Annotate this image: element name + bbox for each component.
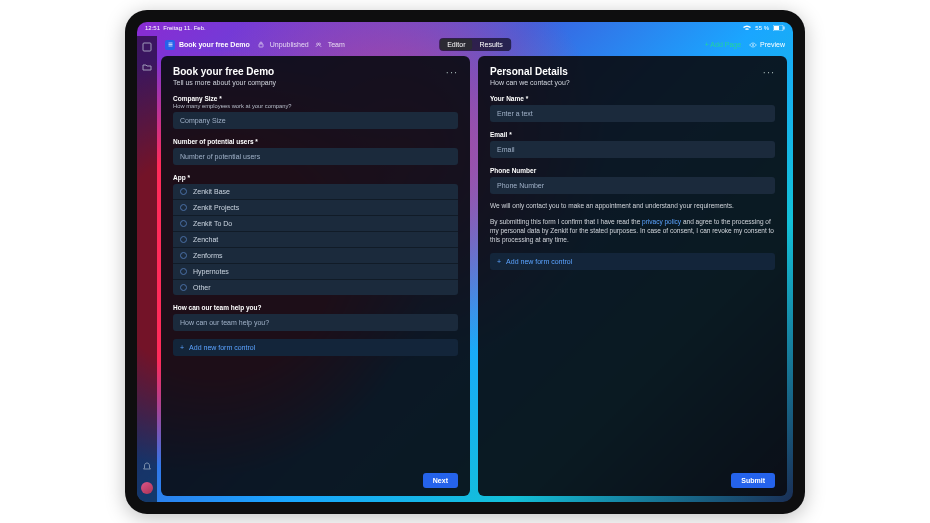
team-icon <box>315 42 322 48</box>
form-card-personal: Personal Details How can we contact you?… <box>478 56 787 496</box>
page-title: Book your free Demo <box>179 41 250 48</box>
more-icon[interactable]: ··· <box>763 66 775 78</box>
svg-point-8 <box>752 44 754 46</box>
svg-rect-5 <box>259 44 263 47</box>
radio-icon <box>180 220 187 227</box>
preview-label: Preview <box>760 41 785 48</box>
phone-label: Phone Number <box>490 167 775 174</box>
svg-rect-3 <box>143 43 151 51</box>
users-label: Number of potential users * <box>173 138 458 145</box>
app-option[interactable]: Hypernotes <box>173 264 458 280</box>
card-title: Book your free Demo <box>173 66 276 77</box>
option-label: Zenkit To Do <box>193 220 232 227</box>
users-input[interactable]: Number of potential users <box>173 148 458 165</box>
radio-icon <box>180 236 187 243</box>
add-control-label: Add new form control <box>506 258 572 265</box>
app-option[interactable]: Zenkit Projects <box>173 200 458 216</box>
svg-point-7 <box>318 43 320 45</box>
eye-icon <box>749 42 757 48</box>
app-option[interactable]: Zenforms <box>173 248 458 264</box>
radio-icon <box>180 284 187 291</box>
app-logo <box>165 40 175 50</box>
app-options: Zenkit BaseZenkit ProjectsZenkit To DoZe… <box>173 184 458 295</box>
company-size-label: Company Size * <box>173 95 458 102</box>
submit-button[interactable]: Submit <box>731 473 775 488</box>
help-input[interactable]: How can our team help you? <box>173 314 458 331</box>
lock-icon <box>258 41 264 48</box>
app-option[interactable]: Zenkit Base <box>173 184 458 200</box>
add-page-button[interactable]: + Add Page <box>705 41 741 48</box>
screen: 12:51 Freitag 11. Feb. 55 % Book your fr… <box>137 22 793 502</box>
collections-icon[interactable] <box>142 42 152 52</box>
app-label: App * <box>173 174 458 181</box>
plus-icon: + <box>705 41 709 48</box>
battery-icon <box>773 25 785 31</box>
plus-icon: + <box>180 344 184 351</box>
option-label: Hypernotes <box>193 268 229 275</box>
radio-icon <box>180 188 187 195</box>
battery-text: 55 % <box>755 25 769 31</box>
card-title: Personal Details <box>490 66 570 77</box>
option-label: Zenkit Base <box>193 188 230 195</box>
app-option[interactable]: Zenchat <box>173 232 458 248</box>
preview-button[interactable]: Preview <box>749 41 785 48</box>
option-label: Other <box>193 284 211 291</box>
app-bar: Book your free Demo Unpublished Team Edi… <box>157 36 793 54</box>
disclaimer-2: By submitting this form I confirm that I… <box>490 218 775 244</box>
tab-editor[interactable]: Editor <box>440 39 472 50</box>
page-meta: Unpublished Team <box>258 41 345 48</box>
app-option[interactable]: Other <box>173 280 458 295</box>
form-card-company: Book your free Demo Tell us more about y… <box>161 56 470 496</box>
radio-icon <box>180 268 187 275</box>
status-right: 55 % <box>743 25 785 31</box>
status-time: 12:51 <box>145 25 160 31</box>
email-input[interactable]: Email <box>490 141 775 158</box>
privacy-policy-link[interactable]: privacy policy <box>642 218 681 225</box>
card-subtitle: How can we contact you? <box>490 79 570 86</box>
next-button[interactable]: Next <box>423 473 458 488</box>
name-input[interactable]: Enter a text <box>490 105 775 122</box>
app-option[interactable]: Zenkit To Do <box>173 216 458 232</box>
team-label[interactable]: Team <box>328 41 345 48</box>
add-page-label: Add Page <box>710 41 741 48</box>
plus-icon: + <box>497 258 501 265</box>
left-rail <box>137 36 157 502</box>
wifi-icon <box>743 25 751 31</box>
svg-rect-2 <box>784 26 785 29</box>
email-label: Email * <box>490 131 775 138</box>
disclaimer-text: By submitting this form I confirm that I… <box>490 218 642 225</box>
status-date: Freitag 11. Feb. <box>163 25 205 31</box>
name-label: Your Name * <box>490 95 775 102</box>
company-size-input[interactable]: Company Size <box>173 112 458 129</box>
radio-icon <box>180 204 187 211</box>
status-left: 12:51 Freitag 11. Feb. <box>145 25 206 31</box>
add-control-label: Add new form control <box>189 344 255 351</box>
company-size-hint: How many employees work at your company? <box>173 103 458 109</box>
status-bar: 12:51 Freitag 11. Feb. 55 % <box>137 22 793 34</box>
option-label: Zenchat <box>193 236 218 243</box>
add-form-control-button[interactable]: + Add new form control <box>490 253 775 270</box>
help-label: How can our team help you? <box>173 304 458 311</box>
ipad-frame: 12:51 Freitag 11. Feb. 55 % Book your fr… <box>125 10 805 514</box>
workspace: Book your free Demo Tell us more about y… <box>161 56 787 496</box>
phone-input[interactable]: Phone Number <box>490 177 775 194</box>
radio-icon <box>180 252 187 259</box>
card-subtitle: Tell us more about your company <box>173 79 276 86</box>
add-form-control-button[interactable]: + Add new form control <box>173 339 458 356</box>
bell-icon[interactable] <box>142 462 152 472</box>
option-label: Zenforms <box>193 252 223 259</box>
folder-icon[interactable] <box>142 62 152 72</box>
tab-results[interactable]: Results <box>472 39 509 50</box>
avatar[interactable] <box>141 482 153 494</box>
option-label: Zenkit Projects <box>193 204 239 211</box>
view-segmented-control: Editor Results <box>439 38 511 51</box>
disclaimer-1: We will only contact you to make an appo… <box>490 202 775 211</box>
svg-rect-1 <box>774 26 779 30</box>
more-icon[interactable]: ··· <box>446 66 458 78</box>
unpublished-label[interactable]: Unpublished <box>270 41 309 48</box>
